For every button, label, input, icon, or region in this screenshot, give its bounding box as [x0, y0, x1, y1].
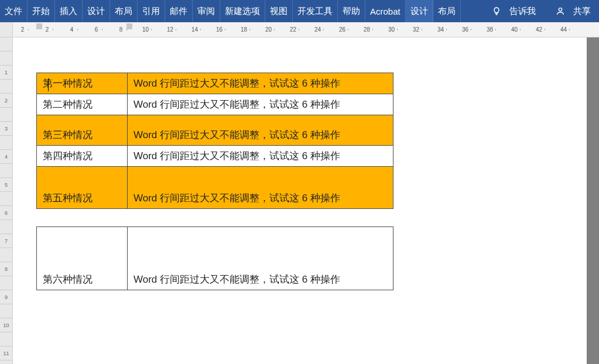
- ribbon-tab-视图[interactable]: 视图: [265, 0, 293, 22]
- table-gap: [36, 209, 563, 226]
- ruler-tick: 2: [16, 26, 29, 33]
- horizontal-ruler[interactable]: 2246810121416182022242628303234363840424…: [13, 22, 599, 37]
- vruler-tick: [0, 220, 12, 234]
- ruler-tick: 44: [557, 26, 570, 33]
- vruler-tick: 8: [0, 262, 12, 276]
- table-cell[interactable]: Word 行间距过大又不能调整，试试这 6 种操作: [128, 227, 393, 290]
- vruler-tick: 1: [0, 66, 12, 80]
- page-scroll[interactable]: 第一种情况Word 行间距过大又不能调整，试试这 6 种操作第二种情况Word …: [13, 37, 599, 364]
- vruler-tick: [0, 37, 12, 51]
- ribbon-tab-布局[interactable]: 布局: [110, 0, 138, 22]
- ruler-tick: 8: [115, 26, 127, 33]
- ruler-tick: 28: [361, 26, 373, 33]
- ruler-tick: 26: [336, 26, 348, 33]
- table-cell[interactable]: Word 行间距过大又不能调整，试试这 6 种操作: [128, 94, 393, 115]
- ribbon-spacer: [461, 0, 484, 22]
- vruler-tick: [0, 192, 12, 206]
- ribbon-tab-设计[interactable]: 设计: [406, 0, 433, 22]
- ruler-tick: 30: [385, 26, 398, 33]
- ribbon-tab-新建选项[interactable]: 新建选项: [220, 0, 265, 22]
- vertical-ruler[interactable]: 12345678910111213: [0, 37, 13, 364]
- ribbon-tab-设计[interactable]: 设计: [83, 0, 110, 22]
- ribbon-tab-插入[interactable]: 插入: [55, 0, 83, 22]
- table-row[interactable]: 第四种情况Word 行间距过大又不能调整，试试这 6 种操作: [37, 146, 393, 167]
- table-row[interactable]: 第二种情况Word 行间距过大又不能调整，试试这 6 种操作: [37, 94, 393, 115]
- ruler-corner: [0, 22, 13, 37]
- table-cell[interactable]: Word 行间距过大又不能调整，试试这 6 种操作: [128, 146, 393, 167]
- table-row[interactable]: 第五种情况Word 行间距过大又不能调整，试试这 6 种操作: [37, 167, 393, 209]
- table-cell[interactable]: 第五种情况: [37, 167, 128, 209]
- vruler-tick: [0, 136, 12, 150]
- workspace: 12345678910111213 第一种情况Word 行间距过大又不能调整，试…: [0, 37, 599, 364]
- table-cell[interactable]: Word 行间距过大又不能调整，试试这 6 种操作: [128, 167, 393, 209]
- vruler-tick: [0, 51, 12, 66]
- document-page[interactable]: 第一种情况Word 行间距过大又不能调整，试试这 6 种操作第二种情况Word …: [13, 37, 587, 364]
- vruler-tick: [0, 360, 12, 364]
- vruler-tick: [0, 164, 12, 178]
- table-cell[interactable]: Word 行间距过大又不能调整，试试这 6 种操作: [128, 115, 393, 146]
- page-top-margin: [36, 43, 563, 73]
- tell-me-button[interactable]: 告诉我: [509, 6, 536, 17]
- ruler-tick: 18: [238, 26, 250, 33]
- vruler-tick: [0, 108, 12, 122]
- ribbon-tab-帮助[interactable]: 帮助: [338, 0, 365, 22]
- vruler-tick: [0, 276, 12, 290]
- svg-point-0: [559, 8, 562, 11]
- ruler-tick: 6: [90, 26, 102, 33]
- ribbon-tab-Acrobat[interactable]: Acrobat: [365, 0, 406, 22]
- vruler-tick: 4: [0, 150, 12, 164]
- ribbon: 文件开始插入设计布局引用邮件审阅新建选项视图开发工具帮助Acrobat设计布局 …: [0, 0, 599, 22]
- ruler-tick: 10: [139, 26, 152, 33]
- vruler-tick: 2: [0, 94, 12, 108]
- ruler-tick: 34: [434, 26, 447, 33]
- table-cell[interactable]: Word 行间距过大又不能调整，试试这 6 种操作: [128, 73, 393, 94]
- ribbon-tab-审阅[interactable]: 审阅: [193, 0, 220, 22]
- table-row[interactable]: 第三种情况Word 行间距过大又不能调整，试试这 6 种操作: [37, 115, 393, 146]
- ribbon-tab-引用[interactable]: 引用: [138, 0, 165, 22]
- ribbon-tab-文件[interactable]: 文件: [0, 0, 28, 22]
- ribbon-tab-布局[interactable]: 布局: [433, 0, 461, 22]
- vruler-tick: [0, 332, 12, 346]
- lightbulb-icon: [492, 6, 501, 16]
- ribbon-tab-开始[interactable]: 开始: [28, 0, 55, 22]
- ruler-tick: 2: [41, 26, 53, 33]
- ribbon-tab-开发工具[interactable]: 开发工具: [293, 0, 338, 22]
- table-cell[interactable]: 第一种情况: [37, 73, 128, 94]
- ruler-tick: 14: [189, 26, 201, 33]
- vruler-tick: 9: [0, 290, 12, 304]
- ribbon-right: 告诉我 共享: [484, 0, 599, 22]
- ruler-tick: 22: [287, 26, 299, 33]
- ruler-tick: 40: [508, 26, 521, 33]
- vruler-tick: 10: [0, 318, 12, 332]
- vruler-tick: 11: [0, 346, 12, 360]
- text-caret: [48, 78, 49, 91]
- table-cell[interactable]: 第三种情况: [37, 115, 128, 146]
- ruler-tick: 32: [410, 26, 422, 33]
- ruler-tick: 38: [484, 26, 496, 33]
- vruler-tick: 7: [0, 234, 12, 248]
- ruler-tick: 36: [459, 26, 471, 33]
- ruler-tick: 20: [262, 26, 275, 33]
- ruler-tick: 12: [164, 26, 176, 33]
- table-row[interactable]: 第六种情况Word 行间距过大又不能调整，试试这 6 种操作: [37, 227, 393, 290]
- share-button[interactable]: 共享: [573, 6, 591, 17]
- ruler-tick: 4: [66, 26, 78, 33]
- ribbon-tabs: 文件开始插入设计布局引用邮件审阅新建选项视图开发工具帮助Acrobat设计布局: [0, 0, 461, 22]
- table-cell[interactable]: 第六种情况: [37, 227, 128, 290]
- horizontal-ruler-wrap: 2246810121416182022242628303234363840424…: [0, 22, 599, 37]
- vruler-tick: 6: [0, 206, 12, 220]
- table-row[interactable]: 第一种情况Word 行间距过大又不能调整，试试这 6 种操作: [37, 73, 393, 94]
- ruler-tick: 42: [533, 26, 545, 33]
- vruler-tick: [0, 304, 12, 318]
- vruler-tick: [0, 80, 12, 94]
- ruler-tick: 24: [312, 26, 324, 33]
- vruler-tick: 3: [0, 122, 12, 136]
- vruler-tick: 5: [0, 178, 12, 192]
- right-indent-marker[interactable]: [126, 23, 132, 29]
- document-table-2[interactable]: 第六种情况Word 行间距过大又不能调整，试试这 6 种操作: [36, 226, 393, 290]
- table-cell[interactable]: 第四种情况: [37, 146, 128, 167]
- table-cell[interactable]: 第二种情况: [37, 94, 128, 115]
- document-table-1[interactable]: 第一种情况Word 行间距过大又不能调整，试试这 6 种操作第二种情况Word …: [36, 73, 393, 209]
- ribbon-tab-邮件[interactable]: 邮件: [165, 0, 193, 22]
- user-icon: [556, 6, 565, 16]
